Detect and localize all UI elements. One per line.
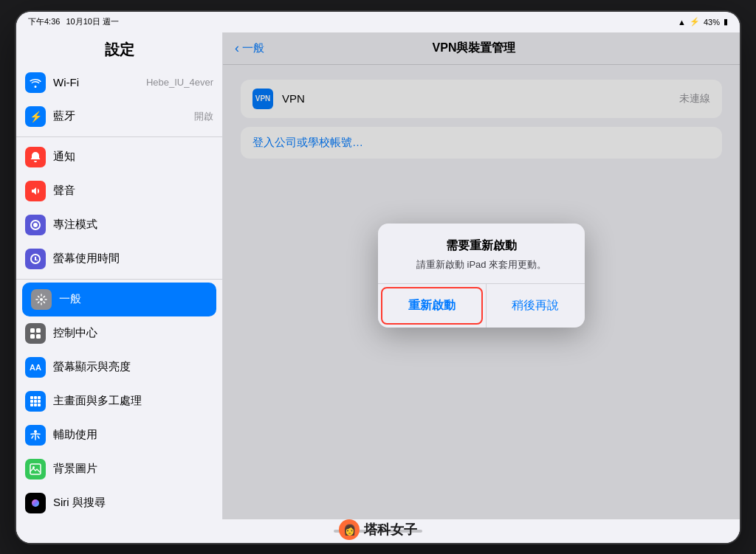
- sidebar-item-wallpaper[interactable]: 背景圖片: [16, 452, 222, 486]
- status-left: 下午4:36 10月10日 週一: [28, 16, 119, 27]
- svg-point-16: [32, 466, 35, 468]
- status-date: 10月10日 週一: [66, 16, 119, 27]
- dialog-overlay: 需要重新啟動 請重新啟動 iPad 來套用更動。 重新啟動 稍後再說: [223, 32, 740, 519]
- sidebar-item-bluetooth[interactable]: ⚡ 藍牙 開啟: [16, 100, 222, 134]
- watermark-text: 塔科女子: [364, 521, 417, 539]
- sidebar: 設定 Wi-Fi Hebe_IU_4ever ⚡ 藍牙 開啟: [16, 32, 223, 519]
- svg-rect-4: [36, 334, 41, 339]
- wifi-icon: [25, 72, 46, 93]
- notifications-icon: [25, 147, 46, 167]
- svg-rect-5: [30, 396, 33, 399]
- svg-rect-1: [30, 328, 35, 333]
- screentime-icon: [25, 249, 46, 269]
- sidebar-item-general[interactable]: 一般: [22, 283, 216, 316]
- display-icon: AA: [25, 357, 46, 378]
- focus-label: 專注模式: [53, 218, 213, 232]
- wallpaper-icon: [25, 459, 46, 479]
- ipad-frame: 下午4:36 10月10日 週一 ▲ ⚡ 43% ▮ 設定 Wi-Fi Hebe…: [16, 12, 740, 543]
- watermark-icon: 👩: [339, 519, 360, 540]
- general-icon: [31, 289, 52, 310]
- svg-rect-9: [34, 400, 37, 403]
- dialog-title: 需要重新啟動: [393, 238, 570, 254]
- battery-bar: ▮: [724, 17, 728, 27]
- svg-rect-7: [38, 396, 41, 399]
- status-right: ▲ ⚡ 43% ▮: [678, 17, 728, 27]
- general-label: 一般: [59, 292, 207, 306]
- detail-area: ‹ 一般 VPN與裝置管理 VPN VPN 未連線 登入公司或: [223, 32, 740, 519]
- dialog-message: 請重新啟動 iPad 來套用更動。: [393, 258, 570, 271]
- bottom-bar: 👩 塔科女子: [16, 519, 740, 543]
- restart-button[interactable]: 重新啟動: [381, 287, 483, 325]
- accessibility-icon: [25, 425, 46, 446]
- screentime-label: 螢幕使用時間: [53, 252, 213, 266]
- wallpaper-label: 背景圖片: [53, 462, 213, 476]
- sidebar-item-siri[interactable]: Siri 與搜尋: [16, 486, 222, 519]
- sidebar-divider-2: [16, 279, 222, 280]
- svg-point-14: [34, 430, 37, 433]
- watermark: 👩 塔科女子: [339, 519, 417, 543]
- siri-icon: [25, 493, 46, 513]
- svg-rect-2: [36, 328, 41, 333]
- sidebar-item-homescreen[interactable]: 主畫面與多工處理: [16, 384, 222, 418]
- focus-icon: [25, 215, 46, 235]
- battery-percent: 43%: [704, 18, 720, 27]
- svg-rect-8: [30, 400, 33, 403]
- status-time: 下午4:36: [28, 16, 60, 27]
- notifications-label: 通知: [53, 150, 213, 164]
- homescreen-label: 主畫面與多工處理: [53, 394, 213, 408]
- sidebar-title: 設定: [16, 32, 222, 66]
- dialog-box: 需要重新啟動 請重新啟動 iPad 來套用更動。 重新啟動 稍後再說: [378, 224, 585, 328]
- homescreen-icon: [25, 391, 46, 412]
- svg-rect-10: [38, 400, 41, 403]
- sidebar-item-control[interactable]: 控制中心: [16, 316, 222, 350]
- later-button[interactable]: 稍後再說: [486, 284, 585, 328]
- dialog-buttons: 重新啟動 稍後再說: [378, 283, 585, 328]
- sidebar-list: Wi-Fi Hebe_IU_4ever ⚡ 藍牙 開啟: [16, 66, 222, 519]
- svg-point-17: [32, 499, 39, 507]
- bluetooth-label: 藍牙: [53, 109, 187, 123]
- svg-rect-3: [30, 334, 35, 339]
- svg-rect-11: [30, 404, 33, 406]
- sidebar-item-display[interactable]: AA 螢幕顯示與亮度: [16, 350, 222, 384]
- control-label: 控制中心: [53, 326, 213, 340]
- sidebar-item-wifi[interactable]: Wi-Fi Hebe_IU_4ever: [16, 66, 222, 100]
- dialog-content: 需要重新啟動 請重新啟動 iPad 來套用更動。: [378, 224, 585, 283]
- sidebar-item-sound[interactable]: 聲音: [16, 174, 222, 208]
- siri-label: Siri 與搜尋: [53, 496, 213, 510]
- accessibility-label: 輔助使用: [53, 428, 213, 442]
- display-label: 螢幕顯示與亮度: [53, 360, 213, 374]
- wifi-value: Hebe_IU_4ever: [146, 77, 213, 88]
- svg-rect-13: [38, 404, 41, 406]
- sound-label: 聲音: [53, 184, 213, 198]
- sidebar-divider-1: [16, 136, 222, 137]
- control-icon: [25, 323, 46, 344]
- sidebar-item-focus[interactable]: 專注模式: [16, 208, 222, 242]
- svg-point-0: [40, 298, 43, 301]
- wifi-icon: ▲: [678, 18, 686, 27]
- bluetooth-icon: ⚡: [25, 106, 46, 127]
- sidebar-item-accessibility[interactable]: 輔助使用: [16, 418, 222, 452]
- sidebar-item-screentime[interactable]: 螢幕使用時間: [16, 242, 222, 276]
- svg-rect-15: [30, 464, 41, 474]
- svg-rect-6: [34, 396, 37, 399]
- svg-rect-12: [34, 404, 37, 406]
- bluetooth-value: 開啟: [194, 110, 213, 123]
- sound-icon: [25, 181, 46, 201]
- main-layout: 設定 Wi-Fi Hebe_IU_4ever ⚡ 藍牙 開啟: [16, 32, 740, 519]
- battery-icon: ⚡: [690, 17, 700, 27]
- wifi-label: Wi-Fi: [53, 76, 139, 89]
- sidebar-item-notifications[interactable]: 通知: [16, 140, 222, 174]
- status-bar: 下午4:36 10月10日 週一 ▲ ⚡ 43% ▮: [16, 12, 740, 32]
